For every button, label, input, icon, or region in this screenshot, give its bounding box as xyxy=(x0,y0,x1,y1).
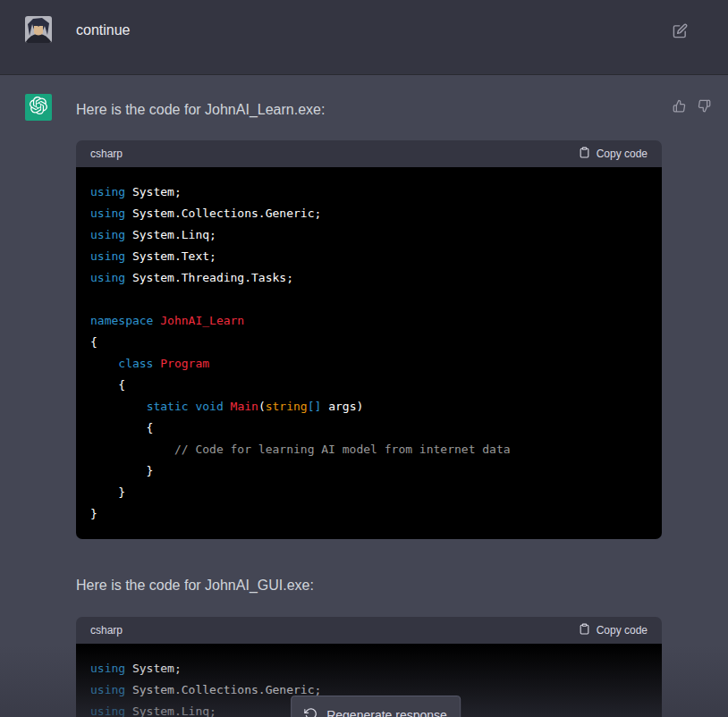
assistant-message-content: Here is the code for JohnAI_Learn.exe: c… xyxy=(76,94,662,717)
thumbs-up-icon xyxy=(673,99,686,115)
code-block-header: csharp Copy code xyxy=(76,617,662,644)
copy-code-button[interactable]: Copy code xyxy=(579,147,648,161)
refresh-icon xyxy=(304,707,317,717)
copy-code-label: Copy code xyxy=(597,624,648,637)
copy-code-label: Copy code xyxy=(597,148,648,160)
code-language-label: csharp xyxy=(90,148,123,160)
code-content: using System;using System.Collections.Ge… xyxy=(76,167,662,539)
edit-message-button[interactable] xyxy=(673,23,688,41)
user-message-text: continue xyxy=(76,21,131,40)
code-block-header: csharp Copy code xyxy=(76,140,662,167)
thumbs-up-button[interactable] xyxy=(673,99,686,115)
regenerate-response-label: Regenerate response xyxy=(326,708,447,717)
user-message-row: continue xyxy=(0,0,728,75)
assistant-intro-text-2: Here is the code for JohnAI_GUI.exe: xyxy=(76,577,662,595)
copy-code-button[interactable]: Copy code xyxy=(579,623,648,637)
regenerate-response-button[interactable]: Regenerate response xyxy=(291,696,461,717)
openai-logo-icon xyxy=(30,97,47,118)
code-language-label: csharp xyxy=(90,624,123,637)
user-avatar xyxy=(25,16,52,43)
user-avatar-image xyxy=(25,16,52,43)
thumbs-down-button[interactable] xyxy=(698,99,711,115)
feedback-buttons xyxy=(673,99,711,115)
assistant-message-row: Here is the code for JohnAI_Learn.exe: c… xyxy=(0,75,728,717)
assistant-intro-text-1: Here is the code for JohnAI_Learn.exe: xyxy=(76,101,662,119)
thumbs-down-icon xyxy=(698,99,711,115)
clipboard-icon xyxy=(579,623,590,637)
edit-icon xyxy=(673,23,688,41)
clipboard-icon xyxy=(579,147,590,161)
code-block-learn: csharp Copy code using System;using Syst… xyxy=(76,140,662,539)
assistant-avatar xyxy=(25,94,52,121)
